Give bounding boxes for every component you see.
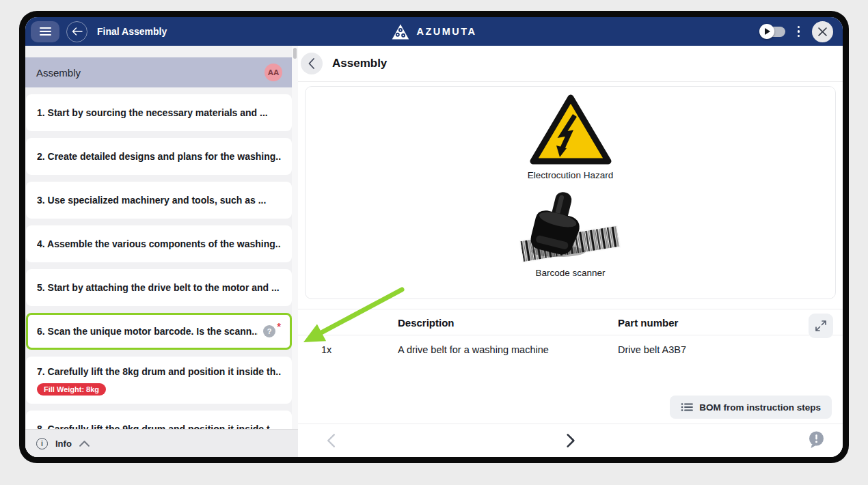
step-item-6-selected[interactable]: 6. Scan the unique motor barcode. Is the… [26, 313, 292, 350]
step-item-7[interactable]: 7. Carefully lift the 8kg drum and posit… [26, 357, 292, 404]
barcode-scanner-image [511, 189, 630, 265]
sidebar-top-gap [25, 46, 298, 57]
expand-table-button[interactable] [809, 314, 833, 338]
description-cell: A drive belt for a washing machine [398, 344, 618, 355]
chevron-right-icon [566, 433, 575, 448]
close-icon [818, 27, 827, 36]
chevron-up-icon [79, 441, 90, 447]
main-content: Assembly Electrocution Hazard [298, 46, 843, 457]
media-card: Electrocution Hazard [305, 86, 836, 299]
kebab-menu-icon[interactable] [796, 25, 802, 39]
electrocution-hazard-image [528, 92, 613, 167]
previous-step-button[interactable] [323, 432, 340, 449]
step-navigation-bar [298, 424, 843, 457]
play-mode-toggle[interactable] [761, 27, 785, 37]
brand: AZUMUTA [391, 17, 476, 46]
content-back-button[interactable] [301, 53, 323, 74]
document-title: Final Assembly [97, 26, 167, 37]
step-item-1[interactable]: 1. Start by sourcing the necessary mater… [26, 94, 292, 131]
step-item-5[interactable]: 5. Start by attaching the drive belt to … [26, 269, 292, 306]
app-window: Final Assembly AZUMUTA [19, 11, 849, 463]
info-label: Info [55, 439, 72, 449]
chevron-left-icon [327, 433, 336, 448]
bom-table: Description Part number 1x A drive belt … [298, 309, 843, 424]
page-title: Assembly [332, 57, 387, 70]
chevron-left-icon [308, 58, 315, 69]
list-icon [681, 402, 693, 412]
hamburger-icon [40, 27, 51, 29]
step-item-4[interactable]: 4. Assemble the various components of th… [26, 225, 292, 262]
required-asterisk: * [277, 322, 281, 331]
top-bar: Final Assembly AZUMUTA [25, 17, 843, 46]
table-row: 1x A drive belt for a washing machine Dr… [298, 335, 843, 364]
play-icon [765, 28, 770, 35]
steps-sidebar: Assembly AA 1. Start by sourcing the nec… [25, 46, 298, 457]
info-icon: i [36, 438, 48, 449]
step-item-3[interactable]: 3. Use specialized machinery and tools, … [26, 182, 292, 219]
bom-button-label: BOM from instruction steps [699, 402, 821, 413]
step-item-8[interactable]: 8. Carefully lift the 9kg drum and posit… [26, 411, 292, 430]
bom-table-header: Description Part number [298, 309, 843, 335]
fill-weight-badge: Fill Weight: 8kg [37, 383, 106, 396]
step-item-2[interactable]: 2. Create detailed designs and plans for… [26, 138, 292, 175]
desktop-background: Final Assembly AZUMUTA [0, 0, 868, 485]
content-header: Assembly [298, 46, 843, 82]
avatar: AA [265, 64, 282, 81]
expand-icon [814, 319, 828, 333]
app-frame: Final Assembly AZUMUTA [25, 17, 843, 457]
arrow-left-icon [72, 27, 83, 36]
media-caption: Electrocution Hazard [528, 170, 613, 180]
sidebar-scrollbar-track [292, 46, 298, 430]
report-issue-button[interactable] [804, 430, 829, 452]
next-step-button[interactable] [562, 432, 579, 449]
media-caption: Barcode scanner [535, 268, 605, 278]
part-number-cell: Drive belt A3B7 [618, 344, 843, 355]
step-list: 1. Start by sourcing the necessary mater… [25, 87, 298, 429]
description-column-header: Description [398, 317, 618, 329]
top-bar-right [761, 21, 843, 42]
menu-button[interactable] [31, 21, 59, 42]
sidebar-title: Assembly [36, 67, 81, 79]
bom-button[interactable]: BOM from instruction steps [670, 396, 832, 419]
qty-cell: 1x [298, 344, 398, 355]
sidebar-header: Assembly AA [25, 57, 292, 87]
info-bar[interactable]: i Info [25, 429, 298, 457]
close-button[interactable] [812, 21, 833, 42]
sidebar-scrollbar-thumb[interactable] [293, 48, 297, 59]
top-bar-left: Final Assembly [25, 21, 167, 42]
app-body: Assembly AA 1. Start by sourcing the nec… [25, 46, 843, 457]
alert-bubble-icon [808, 431, 825, 449]
back-button[interactable] [66, 21, 87, 42]
help-icon[interactable]: ? [263, 325, 275, 337]
toggle-thumb [759, 24, 774, 39]
azumuta-logo-icon [391, 24, 409, 40]
brand-name: AZUMUTA [416, 26, 476, 37]
